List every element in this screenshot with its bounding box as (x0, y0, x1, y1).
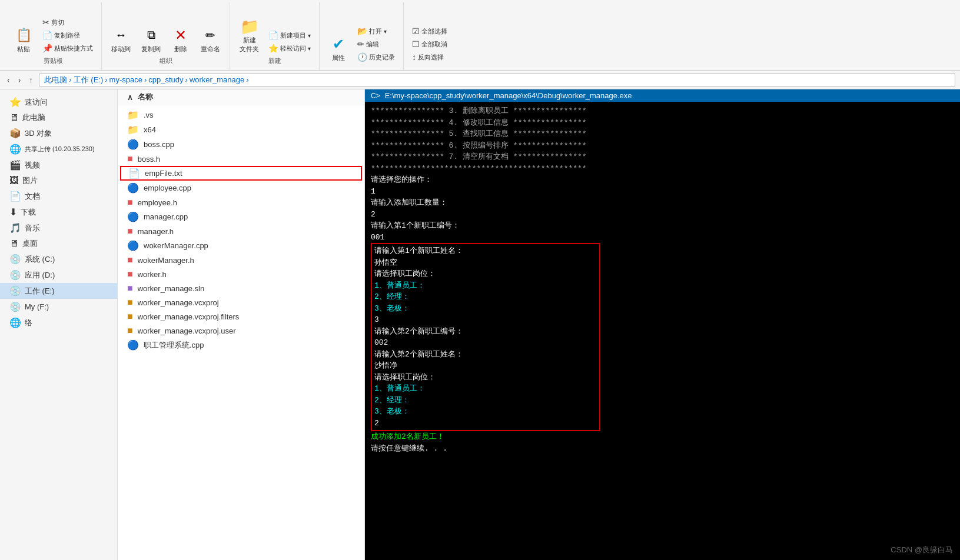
file-item-user[interactable]: ■ worker_manage.vcxproj.user (118, 324, 364, 338)
select-none-button[interactable]: ☐ 全部取消 (410, 38, 450, 50)
sidebar-item-music[interactable]: 🎵 音乐 (0, 220, 117, 236)
console-line-17: 3、老板： (374, 303, 597, 315)
history-button[interactable]: 🕐 历史记录 (355, 51, 397, 63)
easy-access-button[interactable]: ⭐ 轻松访问 ▾ (266, 42, 313, 54)
console-line-10: 请输入第1个新职工编号： (371, 220, 954, 232)
file-item-x64[interactable]: 📁 x64 (118, 122, 364, 137)
copy-to-button[interactable]: ⧉ 复制到 (138, 25, 164, 54)
sidebar-item-drive-c[interactable]: 💿 系统 (C:) (0, 251, 117, 267)
file-item-vcxproj[interactable]: ■ worker_manage.vcxproj (118, 295, 364, 309)
drive-d-icon: 💿 (9, 269, 21, 281)
path-part-myspace[interactable]: my-space (109, 75, 142, 84)
file-item-empfile[interactable]: 📄 empFile.txt (120, 166, 362, 181)
properties-label: 属性 (332, 54, 345, 62)
delete-button[interactable]: ✕ 删除 (168, 25, 194, 54)
file-item-wokermanager-cpp[interactable]: 🔵 wokerManager.cpp (118, 238, 364, 253)
move-to-button[interactable]: ↔ 移动到 (108, 25, 134, 54)
file-item-employee-h[interactable]: ■ employee.h (118, 195, 364, 209)
history-icon: 🕐 (357, 52, 367, 62)
edit-button[interactable]: ✏ 编辑 (355, 38, 397, 50)
sidebar-item-network[interactable]: 🌐 络 (0, 315, 117, 331)
file-item-boss-cpp[interactable]: 🔵 boss.cpp (118, 137, 364, 152)
rename-button[interactable]: ✏ 重命名 (197, 25, 224, 54)
sidebar-label-videos: 视频 (25, 160, 40, 171)
sidebar-item-3dobjects[interactable]: 📦 3D 对象 (0, 125, 117, 141)
h-icon-manager: ■ (127, 226, 133, 236)
file-item-wokermanager-h[interactable]: ■ wokerManager.h (118, 253, 364, 267)
drive-f-icon: 💿 (9, 301, 21, 312)
console-body[interactable]: **************** 3. 删除离职员工 *************… (365, 102, 960, 560)
ribbon: 📋 粘贴 ✂ 剪切 📄 复制路径 📌 粘贴快捷方式 剪贴板 (0, 0, 960, 71)
sidebar-item-drive-d[interactable]: 💿 应用 (D:) (0, 267, 117, 283)
paste-shortcut-button[interactable]: 📌 粘贴快捷方式 (40, 42, 95, 54)
sep2: › (105, 75, 107, 84)
file-item-worker-h[interactable]: ■ worker.h (118, 267, 364, 281)
documents-icon: 📄 (9, 191, 21, 202)
sidebar-item-drive-e[interactable]: 💿 工作 (E:) (0, 283, 117, 299)
path-part-drive[interactable]: 工作 (E:) (74, 75, 104, 85)
sidebar-label-drive-d: 应用 (D:) (25, 270, 55, 281)
open-label: 打开 (369, 27, 382, 36)
cut-button[interactable]: ✂ 剪切 (40, 16, 95, 28)
up-button[interactable]: ↑ (26, 74, 35, 86)
open-button[interactable]: 📂 打开 ▾ (355, 25, 397, 37)
sidebar-item-pictures[interactable]: 🖼 图片 (0, 173, 117, 188)
file-item-boss-h[interactable]: ■ boss.h (118, 152, 364, 166)
sidebar-item-quickaccess[interactable]: ⭐ 速访问 (0, 94, 117, 110)
file-list-sort-up: ∧ (127, 93, 133, 102)
sep4: › (185, 75, 188, 84)
file-item-filters[interactable]: ■ worker_manage.vcxproj.filters (118, 309, 364, 324)
sep1: › (69, 75, 71, 84)
new-items: 📁 新建文件夹 📄 新建项目 ▾ ⭐ 轻松访问 ▾ (236, 5, 313, 54)
sidebar-item-drive-f[interactable]: 💿 My (F:) (0, 299, 117, 315)
sidebar-item-videos[interactable]: 🎬 视频 (0, 157, 117, 173)
move-to-label: 移动到 (111, 45, 131, 53)
properties-button[interactable]: ✔ 属性 (325, 34, 351, 63)
console-line-8: 请输入添加职工数量： (371, 197, 954, 209)
new-item-button[interactable]: 📄 新建项目 ▾ (266, 29, 313, 41)
copy-path-icon: 📄 (42, 31, 52, 40)
console-title: E:\my-space\cpp_study\worker_manage\x64\… (385, 91, 632, 100)
cut-label: 剪切 (51, 18, 64, 27)
invert-select-button[interactable]: ↕ 反向选择 (410, 51, 450, 63)
select-all-button[interactable]: ☑ 全部选择 (410, 25, 450, 37)
sidebar-item-downloads[interactable]: ⬇ 下载 (0, 204, 117, 220)
paste-button[interactable]: 📋 粘贴 (11, 25, 36, 54)
path-part-computer[interactable]: 此电脑 (44, 75, 67, 85)
back-button[interactable]: ‹ (5, 74, 12, 86)
history-label: 历史记录 (369, 53, 395, 62)
paste-icon: 📋 (14, 26, 33, 45)
watermark: CSDN @良缘白马 (891, 545, 953, 555)
path-part-cppstudy[interactable]: cpp_study (148, 75, 183, 84)
select-none-icon: ☐ (412, 39, 420, 49)
forward-button[interactable]: › (16, 74, 24, 86)
file-item-sln[interactable]: ■ worker_manage.sln (118, 281, 364, 295)
copy-path-label: 复制路径 (54, 31, 80, 40)
column-header-name[interactable]: 名称 (138, 92, 355, 102)
address-path[interactable]: 此电脑 › 工作 (E:) › my-space › cpp_study › w… (39, 73, 955, 87)
console-title-icon: C> (371, 92, 380, 100)
file-item-manager-h[interactable]: ■ manager.h (118, 224, 364, 238)
console-line-6: 请选择您的操作： (371, 174, 954, 186)
copy-path-button[interactable]: 📄 复制路径 (40, 29, 95, 41)
file-item-employee-cpp[interactable]: 🔵 employee.cpp (118, 181, 364, 195)
ribbon-group-clipboard: 📋 粘贴 ✂ 剪切 📄 复制路径 📌 粘贴快捷方式 剪贴板 (5, 2, 102, 70)
sidebar-item-documents[interactable]: 📄 文档 (0, 188, 117, 204)
folder-icon-vs: 📁 (127, 109, 139, 121)
path-part-workermanage[interactable]: worker_manage (190, 75, 244, 84)
console-line-23: 请选择职工岗位： (374, 372, 597, 384)
file-item-vs[interactable]: 📁 .vs (118, 108, 364, 122)
sidebar-item-shared[interactable]: 🌐 共享上传 (10.20.35.230) (0, 141, 117, 157)
sidebar-label-documents: 文档 (25, 191, 40, 202)
console-line-19: 请输入第2个新职工编号： (374, 326, 597, 338)
new-folder-button[interactable]: 📁 新建文件夹 (236, 16, 263, 54)
new-folder-icon: 📁 (240, 17, 259, 36)
console-line-13: 孙悟空 (374, 257, 597, 269)
sidebar-label-pictures: 图片 (22, 175, 38, 186)
sidebar-item-desktop[interactable]: 🖥 桌面 (0, 236, 117, 251)
vcxproj-icon: ■ (127, 297, 133, 308)
file-item-zhigong-cpp[interactable]: 🔵 职工管理系统.cpp (118, 338, 364, 352)
file-item-manager-cpp[interactable]: 🔵 manager.cpp (118, 209, 364, 224)
sidebar-item-computer[interactable]: 🖥 此电脑 (0, 110, 117, 125)
sidebar-label-computer: 此电脑 (22, 112, 45, 123)
